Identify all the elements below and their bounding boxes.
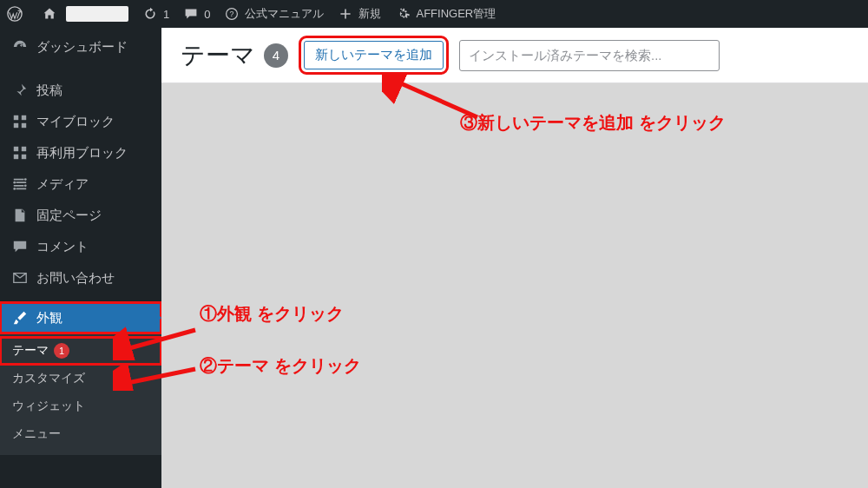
page-header: テーマ 4 新しいテーマを追加 bbox=[161, 28, 868, 83]
updates-item[interactable]: 1 bbox=[135, 0, 176, 28]
plus-icon bbox=[338, 6, 353, 22]
svg-rect-8 bbox=[22, 147, 26, 151]
theme-search-input[interactable] bbox=[459, 40, 720, 71]
home-icon bbox=[42, 6, 57, 22]
manual-label: 公式マニュアル bbox=[245, 6, 324, 22]
svg-rect-3 bbox=[14, 115, 18, 120]
submenu-item-label: カスタマイズ bbox=[12, 371, 85, 386]
svg-rect-7 bbox=[14, 147, 18, 151]
annotation-arrow-1 bbox=[113, 326, 200, 360]
sidebar-item-media[interactable]: メディア bbox=[0, 168, 161, 200]
themes-update-badge: 1 bbox=[54, 343, 69, 359]
svg-line-16 bbox=[123, 330, 195, 350]
pin-icon bbox=[10, 82, 30, 98]
mail-icon bbox=[10, 270, 30, 286]
comment-icon bbox=[10, 239, 30, 254]
annotation-step3: ③新しいテーマを追加 をクリック bbox=[460, 111, 726, 135]
grid-icon bbox=[10, 114, 30, 129]
affinger-label: AFFINGER管理 bbox=[416, 6, 496, 22]
submenu-item-label: ウィジェット bbox=[12, 399, 85, 414]
submenu-item-widgets[interactable]: ウィジェット bbox=[0, 392, 161, 420]
sidebar-item-label: 再利用ブロック bbox=[36, 145, 128, 162]
admin-sidebar: ダッシュボード 投稿 マイブロック 再利用ブロック メディア 固定ページ bbox=[0, 28, 161, 488]
comments-item[interactable]: 0 bbox=[176, 0, 217, 28]
manual-item[interactable]: ? 公式マニュアル bbox=[217, 0, 331, 28]
svg-point-12 bbox=[13, 181, 16, 184]
themes-grid-area bbox=[161, 83, 868, 488]
svg-rect-4 bbox=[22, 115, 26, 120]
sidebar-item-myblock[interactable]: マイブロック bbox=[0, 106, 161, 137]
sidebar-item-contact[interactable]: お問い合わせ bbox=[0, 262, 161, 293]
comments-count: 0 bbox=[204, 8, 210, 21]
wordpress-icon bbox=[7, 6, 23, 22]
add-new-theme-button[interactable]: 新しいテーマを追加 bbox=[304, 41, 444, 69]
site-name[interactable] bbox=[35, 0, 135, 28]
new-item[interactable]: 新規 bbox=[331, 0, 388, 28]
svg-rect-10 bbox=[22, 155, 26, 159]
sidebar-item-label: お問い合わせ bbox=[36, 270, 115, 287]
sidebar-item-dashboard[interactable]: ダッシュボード bbox=[0, 31, 161, 63]
annotation-arrow-2 bbox=[113, 365, 200, 391]
main-content: テーマ 4 新しいテーマを追加 bbox=[161, 28, 868, 488]
page-title-text: テーマ bbox=[181, 39, 255, 72]
wp-logo[interactable] bbox=[0, 0, 35, 28]
sidebar-item-label: マイブロック bbox=[36, 114, 115, 130]
theme-count-badge: 4 bbox=[264, 43, 288, 68]
svg-line-17 bbox=[123, 369, 195, 384]
new-label: 新規 bbox=[358, 6, 381, 22]
page-title: テーマ 4 bbox=[181, 39, 288, 72]
page-icon bbox=[10, 208, 30, 223]
svg-rect-9 bbox=[14, 155, 18, 159]
media-icon bbox=[10, 176, 30, 192]
site-title-placeholder bbox=[66, 6, 128, 22]
grid-icon bbox=[10, 145, 30, 161]
svg-point-14 bbox=[13, 188, 16, 190]
sidebar-item-label: 固定ページ bbox=[36, 208, 102, 224]
submenu-item-menus[interactable]: メニュー bbox=[0, 420, 161, 448]
svg-rect-5 bbox=[14, 123, 18, 128]
help-icon: ? bbox=[224, 6, 240, 22]
sidebar-item-label: 投稿 bbox=[36, 82, 62, 99]
sidebar-item-label: コメント bbox=[36, 239, 89, 255]
submenu-item-label: メニュー bbox=[12, 426, 61, 442]
dashboard-icon bbox=[10, 39, 30, 55]
sidebar-item-label: メディア bbox=[36, 176, 89, 193]
affinger-item[interactable]: AFFINGER管理 bbox=[388, 0, 503, 28]
svg-text:?: ? bbox=[230, 10, 234, 18]
sidebar-item-label: 外観 bbox=[36, 310, 62, 326]
sidebar-item-comments[interactable]: コメント bbox=[0, 231, 161, 262]
comment-icon bbox=[183, 6, 199, 22]
annotation-step2: ②テーマ をクリック bbox=[200, 354, 361, 378]
svg-rect-6 bbox=[22, 123, 26, 128]
sidebar-item-pages[interactable]: 固定ページ bbox=[0, 200, 161, 231]
gear-icon bbox=[395, 6, 411, 22]
sidebar-item-reusable[interactable]: 再利用ブロック bbox=[0, 137, 161, 168]
brush-icon bbox=[10, 310, 30, 326]
annotation-step1: ①外観 をクリック bbox=[200, 302, 344, 326]
svg-point-11 bbox=[24, 178, 27, 181]
submenu-item-label: テーマ bbox=[12, 343, 49, 359]
updates-count: 1 bbox=[163, 8, 169, 21]
sidebar-item-label: ダッシュボード bbox=[36, 39, 128, 56]
svg-point-13 bbox=[24, 184, 27, 187]
admin-bar: 1 0 ? 公式マニュアル 新規 AFFINGER管理 bbox=[0, 0, 868, 28]
sidebar-item-posts[interactable]: 投稿 bbox=[0, 75, 161, 106]
update-icon bbox=[142, 6, 158, 22]
